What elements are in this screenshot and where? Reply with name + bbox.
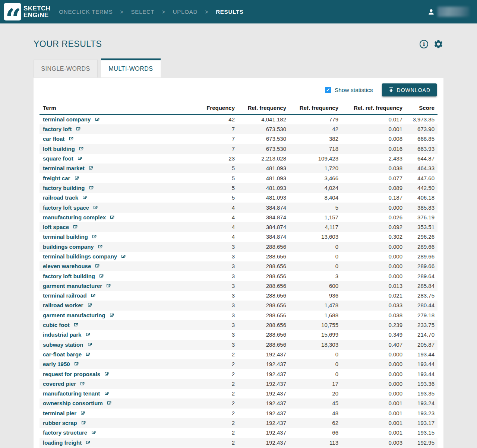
term-link[interactable]: ownership consortium [40,398,192,408]
external-link-icon[interactable] [85,352,90,357]
term-link[interactable]: railroad track [40,193,192,203]
breadcrumb-upload[interactable]: UPLOAD [173,9,198,15]
rel-ref-frequency-value: 0.021 [338,291,402,301]
score-value: 205.87 [402,340,437,350]
term-link[interactable]: car-float barge [40,350,192,359]
term-link[interactable]: manufacturing complex [40,213,192,222]
external-link-icon[interactable] [73,323,78,327]
external-link-icon[interactable] [73,225,78,229]
frequency-value: 5 [192,163,235,173]
term-link[interactable]: factory building [40,183,192,193]
download-button[interactable]: DOWNLOAD [382,83,437,96]
external-link-icon[interactable] [99,274,104,279]
table-header-row: Term Frequency Rel. frequency Ref. frequ… [40,101,437,114]
rel-frequency-value: 192.437 [235,398,286,408]
term-link[interactable]: terminal company [40,114,192,124]
term-link[interactable]: factory loft space [40,203,192,212]
term-link[interactable]: square foot [40,154,192,163]
external-link-icon[interactable] [88,166,93,171]
term-link[interactable]: factory loft [40,124,192,134]
account-area[interactable] [427,7,470,17]
term-link[interactable]: covered pier [40,379,192,389]
term-link[interactable]: terminal buildings company [40,252,192,261]
external-link-icon[interactable] [98,244,102,249]
term-link[interactable]: factory loft building [40,271,192,281]
term-link[interactable]: garment manufacturer [40,281,192,291]
external-link-icon[interactable] [110,215,114,220]
rel-frequency-value: 384.874 [235,213,286,222]
external-link-icon[interactable] [80,411,85,416]
show-statistics-label: Show statistics [335,87,373,93]
info-icon[interactable]: i [420,40,428,48]
rel-ref-frequency-value: 0.407 [338,340,402,350]
term-link[interactable]: manufacturing tenant [40,389,192,398]
external-link-icon[interactable] [95,264,99,269]
tab-multi-words[interactable]: MULTI-WORDS [101,58,161,77]
rel-frequency-value: 384.874 [235,203,286,212]
term-link[interactable]: car float [40,134,192,144]
external-link-icon[interactable] [77,156,82,161]
external-link-icon[interactable] [79,146,83,151]
term-link[interactable]: subway station [40,340,192,350]
term-link[interactable]: industrial park [40,330,192,340]
show-statistics-checkbox[interactable] [325,87,331,93]
external-link-icon[interactable] [106,283,111,288]
external-link-icon[interactable] [76,127,80,131]
external-link-icon[interactable] [104,391,109,396]
external-link-icon[interactable] [91,293,95,298]
term-link[interactable]: terminal railroad [40,291,192,301]
term-link[interactable]: request for proposals [40,369,192,379]
external-link-icon[interactable] [74,362,79,366]
external-link-icon[interactable] [82,195,87,200]
score-value: 193.24 [402,398,437,408]
external-link-icon[interactable] [93,205,98,210]
external-link-icon[interactable] [87,342,92,347]
rel-frequency-value: 481.093 [235,193,286,203]
external-link-icon[interactable] [89,185,94,190]
column-header-rel-ref-frequency: Rel. ref. frequency [338,101,402,114]
term-link[interactable]: buildings company [40,242,192,252]
term-link[interactable]: factory structure [40,428,192,438]
ref-frequency-value: 382 [286,134,338,144]
external-link-icon[interactable] [104,372,109,376]
term-link[interactable]: eleven warehouse [40,261,192,271]
breadcrumb-oneclick-terms[interactable]: ONECLICK TERMS [59,9,113,15]
rel-frequency-value: 192.437 [235,418,286,428]
external-link-icon[interactable] [121,254,126,259]
external-link-icon[interactable] [80,381,85,386]
gear-icon[interactable] [433,39,443,49]
sketch-engine-logo[interactable]: “ SKETCH ENGiNE [4,3,50,20]
term-link[interactable]: cubic foot [40,320,192,330]
external-link-icon[interactable] [81,420,86,425]
external-link-icon[interactable] [74,176,79,181]
term-link[interactable]: garment manufacturing [40,311,192,320]
term-link[interactable]: early 1950 [40,359,192,369]
term-label: freight car [43,175,70,181]
external-link-icon[interactable] [69,136,73,141]
ref-frequency-value: 18,303 [286,340,338,350]
term-link[interactable]: loft space [40,222,192,232]
external-link-icon[interactable] [95,117,99,122]
external-link-icon[interactable] [107,401,111,406]
external-link-icon[interactable] [87,303,92,308]
external-link-icon[interactable] [85,440,90,445]
external-link-icon[interactable] [109,313,114,318]
external-link-icon[interactable] [91,430,96,435]
term-link[interactable]: railroad worker [40,301,192,310]
ref-frequency-value: 17 [286,379,338,389]
term-link[interactable]: terminal pier [40,409,192,418]
rel-frequency-value: 192.437 [235,389,286,398]
external-link-icon[interactable] [92,234,97,239]
frequency-value: 2 [192,409,235,418]
term-link[interactable]: rubber scrap [40,418,192,428]
term-link[interactable]: freight car [40,173,192,183]
term-link[interactable]: terminal market [40,163,192,173]
breadcrumb-select[interactable]: SELECT [131,9,155,15]
ref-frequency-value: 3,466 [286,173,338,183]
term-link[interactable]: terminal building [40,232,192,242]
term-link[interactable]: loading freight [40,438,192,448]
term-link[interactable]: loft building [40,144,192,154]
external-link-icon[interactable] [85,332,90,337]
tab-single-words[interactable]: SINGLE-WORDS [34,60,98,77]
term-label: terminal company [43,116,91,123]
